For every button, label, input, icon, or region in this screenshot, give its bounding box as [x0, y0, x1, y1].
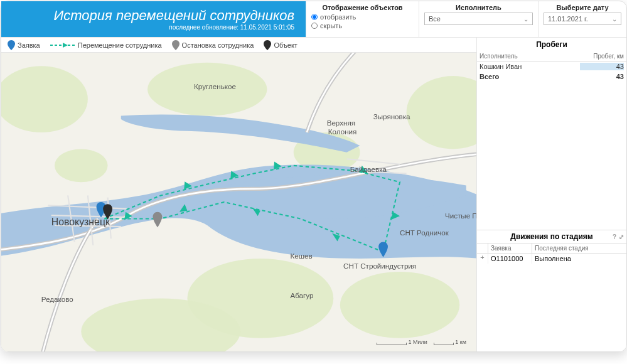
- label-kruglenkoe: Кругленькое: [194, 82, 236, 90]
- label-novokuznetsk: Новокузнецк: [51, 217, 110, 227]
- executor-select[interactable]: Все ⌄: [424, 13, 533, 25]
- svg-marker-1: [63, 43, 68, 48]
- svg-point-10: [55, 149, 108, 182]
- label-keshev: Кешев: [290, 252, 312, 260]
- mileage-row[interactable]: Кошкин Иван 43: [477, 62, 626, 72]
- side-column: Пробеги Исполнитель Пробег, км Кошкин Ив…: [477, 38, 626, 351]
- expand-toggle-icon[interactable]: +: [477, 254, 488, 264]
- label-redakovo: Редаково: [41, 295, 73, 303]
- chevron-down-icon: ⌄: [612, 16, 617, 23]
- label-baidaevka: Байдаевка: [350, 165, 387, 173]
- expand-icon[interactable]: ⤢: [619, 233, 624, 240]
- display-hide-radio[interactable]: скрыть: [311, 21, 356, 30]
- pin-black-icon: [264, 40, 271, 50]
- last-updated: последнее обновление: 11.05.2021 5:01:05: [169, 24, 294, 31]
- label-stroyindustriya: СНТ Стройиндустрия: [343, 262, 416, 270]
- mileage-header-row: Исполнитель Пробег, км: [477, 51, 626, 62]
- mileage-title: Пробеги: [477, 38, 626, 51]
- executor-panel: Исполнитель Все ⌄: [419, 1, 539, 37]
- stages-header-row: Заявка Последняя стадия: [477, 243, 626, 254]
- stages-panel: Движения по стадиям ? ⤢ Заявка Последняя…: [477, 230, 626, 351]
- mileage-total-row: Всего 43: [477, 72, 626, 82]
- title-block: История перемещений сотрудников последне…: [1, 1, 306, 37]
- legend-movement: Перемещение сотрудника: [50, 41, 162, 49]
- label-rodnichok: СНТ Родничок: [400, 228, 449, 237]
- map-scale: 1 Мили 1 км: [377, 339, 466, 345]
- map-legend: Заявка Перемещение сотрудника Остановка …: [1, 38, 476, 53]
- executor-header: Исполнитель: [456, 4, 501, 11]
- svg-point-6: [340, 272, 459, 338]
- pin-grey-icon: [172, 40, 180, 50]
- app-window: История перемещений сотрудников последне…: [1, 1, 627, 352]
- movement-icon: [50, 42, 75, 48]
- label-zyryanovka: Зыряновка: [373, 112, 410, 120]
- legend-stop: Остановка сотрудника: [172, 40, 254, 50]
- stages-col-request: Заявка: [488, 244, 532, 253]
- label-chistye: Чистые Пру…: [445, 211, 476, 220]
- label-abagur: Абагур: [290, 291, 313, 299]
- display-show-radio[interactable]: отобразить: [311, 13, 356, 21]
- display-objects-header: Отображение объектов: [322, 4, 402, 11]
- label-koloniya: Колония: [328, 127, 357, 136]
- legend-request: Заявка: [8, 40, 40, 50]
- display-objects-panel: Отображение объектов отобразить скрыть: [306, 1, 419, 37]
- map-canvas[interactable]: Новокузнецк Кругленькое Верхняя Колония …: [1, 53, 476, 351]
- stages-title: Движения по стадиям: [510, 232, 592, 241]
- main-area: Заявка Перемещение сотрудника Остановка …: [1, 38, 626, 351]
- legend-object: Объект: [264, 40, 297, 50]
- map-column: Заявка Перемещение сотрудника Остановка …: [1, 38, 477, 351]
- chevron-down-icon: ⌄: [523, 16, 528, 23]
- mileage-col-executor: Исполнитель: [480, 53, 580, 60]
- help-icon[interactable]: ?: [613, 233, 616, 240]
- pin-blue-icon: [8, 40, 15, 50]
- mileage-col-km: Пробег, км: [580, 53, 624, 60]
- stages-col-last: Последняя стадия: [532, 244, 626, 253]
- date-select[interactable]: 11.01.2021 г. ⌄: [544, 13, 621, 25]
- date-header: Выберите дату: [556, 4, 608, 11]
- page-title: История перемещений сотрудников: [54, 8, 294, 24]
- date-panel: Выберите дату 11.01.2021 г. ⌄: [539, 1, 626, 37]
- mileage-panel: Пробеги Исполнитель Пробег, км Кошкин Ив…: [477, 38, 626, 82]
- top-bar: История перемещений сотрудников последне…: [1, 1, 626, 38]
- label-verkhnyaya: Верхняя: [327, 119, 355, 127]
- stages-row[interactable]: + О1101000 Выполнена: [477, 254, 626, 264]
